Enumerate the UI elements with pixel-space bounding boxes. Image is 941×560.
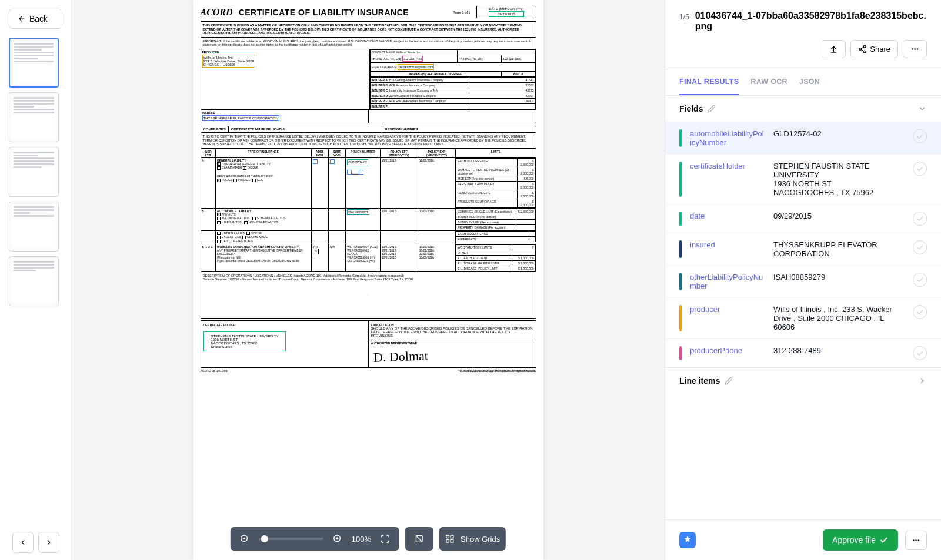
edit-fields-button[interactable] [708,105,716,113]
field-name: insured [690,240,765,258]
field-approve-check[interactable] [913,212,927,226]
upload-button[interactable] [822,40,846,58]
document-page: ACORD CERTIFICATE OF LIABILITY INSURANCE… [193,0,543,560]
pencil-icon [708,105,716,113]
field-color-bar [679,305,682,331]
producer-label: PRODUCER [202,51,368,54]
share-icon [858,45,867,53]
fields-section-header[interactable]: Fields [665,96,941,122]
svg-rect-10 [446,539,449,542]
field-name: otherLiabilityPolicyNumber [690,273,765,290]
field-color-bar [679,273,682,290]
field-color-bar [679,212,682,226]
minus-icon [240,534,249,544]
field-row-automobileLiabilityPolicyNumber[interactable]: automobileLiabilityPolicyNumber GLD12574… [665,122,941,154]
field-row-date[interactable]: date 09/29/2015 [665,204,941,233]
show-grids-button[interactable]: Show Grids [439,527,506,551]
thumbnail-3[interactable] [9,147,59,197]
field-name: producer [690,305,765,331]
more-icon [910,45,919,53]
signature: D. Dolmat [371,342,533,368]
field-approve-check[interactable] [913,273,927,287]
field-value: STEPHEN FAUSTIN STATE UNIVERSITY 1936 NO… [773,162,905,197]
zoom-out-button[interactable] [236,531,253,547]
plus-icon [333,534,342,544]
svg-rect-7 [446,535,449,538]
next-page-button[interactable] [38,532,59,553]
more-icon [912,536,920,545]
field-color-bar [679,129,682,147]
field-approve-check[interactable] [913,305,927,319]
svg-line-15 [862,49,864,51]
field-approve-check[interactable] [913,162,927,176]
thumbnail-list [0,38,71,525]
notice-2: IMPORTANT: If the certificate holder is … [203,39,531,47]
back-button[interactable]: Back [9,9,62,29]
cert-title: CERTIFICATE OF LIABILITY INSURANCE [239,8,409,17]
svg-point-12 [864,45,866,48]
back-label: Back [29,14,48,24]
zoom-level: 100% [352,535,371,544]
pencil-icon [725,377,733,385]
thumbnail-4[interactable] [9,202,59,252]
fullscreen-button[interactable] [377,531,393,547]
thumbnail-2[interactable] [9,92,59,142]
share-button[interactable]: Share [850,40,898,58]
zoom-in-button[interactable] [329,531,346,547]
chevron-left-icon [19,538,27,546]
more-options-button[interactable] [903,40,927,58]
field-color-bar [679,346,682,360]
approve-file-button[interactable]: Approve file [823,529,898,551]
field-approve-check[interactable] [913,129,927,143]
date-label: DATE (MM/DD/YYYY) [489,7,523,11]
thumbnail-5[interactable] [9,256,59,306]
insured-value: THYSSENKRUPP ELEVATOR CORPORATION [202,115,279,121]
check-icon [879,535,889,545]
page-counter: 1/5 [679,13,689,21]
field-value: ISAH08859279 [773,273,905,290]
svg-point-13 [859,48,862,51]
tab-final-results[interactable]: FINAL RESULTS [679,69,739,95]
field-value: 09/29/2015 [773,212,905,226]
field-row-producerPhone[interactable]: producerPhone 312-288-7489 [665,338,941,367]
chevron-down-icon [917,104,927,113]
zoom-slider[interactable] [259,538,323,540]
footer-more-button[interactable] [905,531,927,550]
acord-logo: ACORD [201,7,233,18]
annotation-off-icon [415,534,424,544]
edit-line-items-button[interactable] [725,377,733,385]
tab-raw-ocr[interactable]: RAW OCR [750,69,787,95]
svg-point-17 [912,48,913,50]
svg-point-14 [864,51,866,53]
field-name: date [690,212,765,226]
doc-page-num: Page 1 of 2 [453,11,471,14]
field-name: certificateHolder [690,162,765,197]
insured-label: INSURED [202,111,367,115]
tab-json[interactable]: JSON [799,69,820,95]
verified-badge-icon [679,532,696,548]
field-row-producer[interactable]: producer Wills of Illinois , Inc. 233 S.… [665,297,941,338]
filename: 010436744_1-07bba60a33582978b1fa8e238315… [695,11,927,32]
svg-rect-9 [451,539,453,542]
svg-point-20 [913,539,915,541]
thumbnail-1[interactable] [9,38,59,88]
svg-point-22 [918,539,920,541]
svg-point-21 [915,539,917,541]
document-viewer[interactable]: ACORD CERTIFICATE OF LIABILITY INSURANCE… [72,0,665,560]
grid-icon [445,534,455,544]
svg-point-19 [917,48,919,50]
notice-1: THIS CERTIFICATE IS ISSUED AS A MATTER O… [203,24,523,35]
prev-page-button[interactable] [12,532,34,553]
field-approve-check[interactable] [913,346,927,360]
field-value: 312-288-7489 [773,346,905,360]
field-approve-check[interactable] [913,240,927,254]
field-color-bar [679,240,682,258]
toggle-annotations-button[interactable] [411,531,428,547]
svg-line-6 [416,536,423,542]
field-name: producerPhone [690,346,765,360]
line-items-section-header[interactable]: Line items [665,367,941,394]
field-row-insured[interactable]: insured THYSSENKRUPP ELEVATOR CORPORATIO… [665,233,941,265]
field-row-otherLiabilityPolicyNumber[interactable]: otherLiabilityPolicyNumber ISAH08859279 [665,265,941,297]
field-name: automobileLiabilityPolicyNumber [690,129,765,147]
field-row-certificateHolder[interactable]: certificateHolder STEPHEN FAUSTIN STATE … [665,154,941,204]
